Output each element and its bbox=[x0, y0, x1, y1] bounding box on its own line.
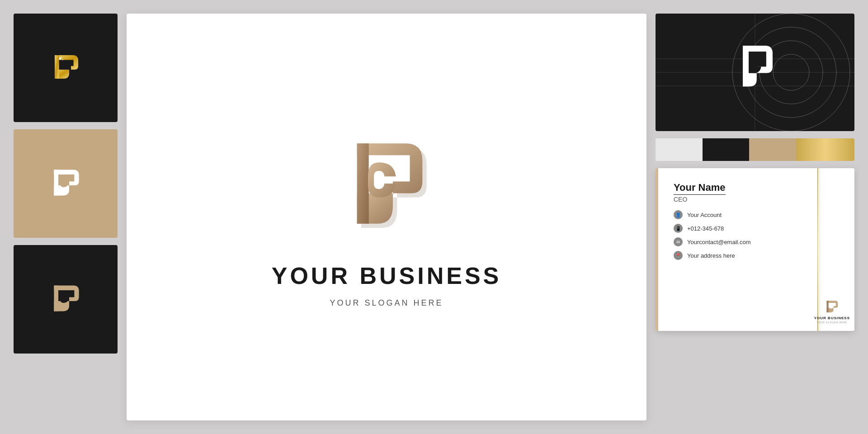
right-column: Your Name CEO 👤 Your Account 📱 +012-345-… bbox=[656, 14, 854, 331]
bc-small-logo: YOUR BUSINESS YOUR SLOGAN HERE bbox=[814, 299, 850, 324]
svg-point-1 bbox=[61, 57, 62, 58]
swatch-tan bbox=[749, 138, 796, 161]
slogan-text: YOUR SLOGAN HERE bbox=[330, 298, 443, 308]
bc-account-text: Your Account bbox=[687, 212, 722, 218]
bc-title: CEO bbox=[674, 196, 841, 203]
business-name-text: YOUR BUSINESS bbox=[272, 262, 502, 289]
email-icon: ✉ bbox=[674, 237, 683, 246]
swatches-row bbox=[656, 138, 854, 161]
bc-address-item: 📍 Your address here bbox=[674, 251, 841, 260]
preview-tan bbox=[14, 129, 118, 238]
swatch-gold bbox=[796, 138, 854, 161]
account-icon: 👤 bbox=[674, 210, 683, 219]
bc-account-item: 👤 Your Account bbox=[674, 210, 841, 219]
construction-card bbox=[656, 14, 854, 131]
center-panel: YOUR BUSINESS YOUR SLOGAN HERE bbox=[127, 14, 646, 420]
main-container: YOUR BUSINESS YOUR SLOGAN HERE bbox=[0, 0, 868, 434]
swatch-lightgray bbox=[656, 138, 703, 161]
bc-email-text: Yourcontact@email.com bbox=[687, 239, 751, 245]
left-preview-column bbox=[14, 14, 118, 354]
bc-phone-item: 📱 +012-345-678 bbox=[674, 224, 841, 233]
svg-point-2 bbox=[62, 59, 63, 60]
business-card: Your Name CEO 👤 Your Account 📱 +012-345-… bbox=[656, 168, 854, 331]
main-logo-area: YOUR BUSINESS YOUR SLOGAN HERE bbox=[272, 127, 502, 308]
bc-logo-name: YOUR BUSINESS bbox=[814, 316, 850, 320]
bc-left-accent bbox=[656, 168, 658, 331]
bc-address-text: Your address here bbox=[687, 252, 735, 259]
swatches-card bbox=[656, 138, 854, 161]
swatch-black bbox=[703, 138, 750, 161]
preview-dark bbox=[14, 14, 118, 122]
bc-logo-slogan: YOUR SLOGAN HERE bbox=[816, 321, 847, 324]
bc-email-item: ✉ Yourcontact@email.com bbox=[674, 237, 841, 246]
phone-icon: 📱 bbox=[674, 224, 683, 233]
bc-phone-text: +012-345-678 bbox=[687, 225, 724, 232]
preview-black bbox=[14, 245, 118, 354]
location-icon: 📍 bbox=[674, 251, 683, 260]
bc-name: Your Name bbox=[674, 182, 726, 195]
